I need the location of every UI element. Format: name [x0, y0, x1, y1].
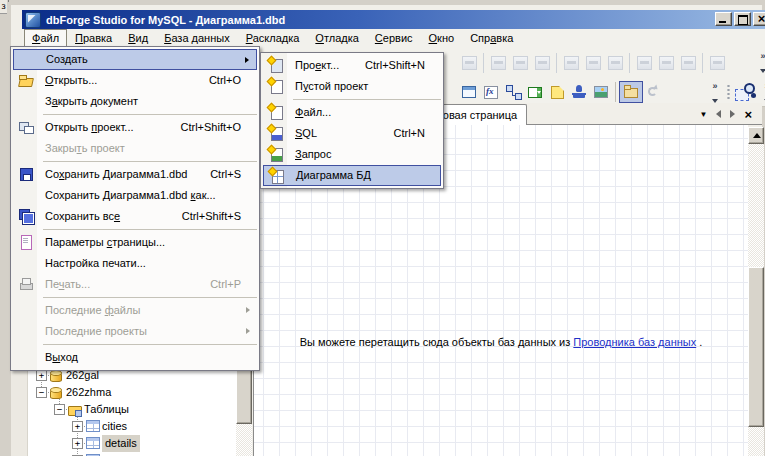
menu-item-label: Настройка печати... [45, 257, 146, 269]
file-menu-item-close-document[interactable]: Закрыть документ [13, 91, 257, 112]
refresh-button[interactable] [643, 81, 665, 103]
create-submenu-item-query[interactable]: Запрос [263, 144, 441, 165]
make-same-size-button[interactable] [458, 52, 480, 74]
shortcut-label: Ctrl+Shift+O [180, 117, 241, 138]
create-submenu-item-db-diagram[interactable]: Диаграмма БД [263, 165, 441, 186]
canvas-vscroll-up-button[interactable] [748, 127, 764, 144]
titlebar[interactable]: dbForge Studio for MySQL - Диаграмма1.db… [22, 10, 765, 29]
menu-separator [43, 229, 257, 230]
file-menu-item-close-project[interactable]: Закрыть проект [13, 138, 257, 159]
align-vertical-centers-button[interactable] [582, 52, 604, 74]
shortcut-label: Ctrl+P [210, 274, 241, 295]
connector-icon [505, 84, 521, 100]
file-menu-item-save-all[interactable]: Сохранить всеCtrl+Shift+S [13, 206, 257, 227]
toolbar-overflow-button[interactable]: » [756, 50, 765, 75]
file-menu-item-open-project[interactable]: Открыть проект...Ctrl+Shift+O [13, 117, 257, 138]
nav-forward-icon[interactable] [730, 110, 735, 118]
refresh-icon [646, 84, 662, 100]
toolbar-overflow-button-2[interactable]: » [708, 80, 722, 105]
menu-item-label: Выход [45, 351, 78, 363]
new-panel-button[interactable] [458, 81, 480, 103]
submenu-arrow-icon [245, 57, 249, 63]
file-menu-item-save-diagram[interactable]: Сохранить Диаграмма1.dbdCtrl+S [13, 164, 257, 185]
align-left-edges-button[interactable] [487, 52, 509, 74]
file-menu-item-print-settings[interactable]: Настройка печати... [13, 253, 257, 274]
function-button[interactable] [480, 81, 502, 103]
stamp-icon [571, 84, 587, 100]
create-submenu-item-file[interactable]: Файл... [263, 102, 441, 123]
combobox-button[interactable] [524, 81, 546, 103]
file-menu-item-recent-projects[interactable]: Последние проекты [13, 321, 257, 342]
file-menu-item-create[interactable]: Создать [13, 49, 257, 70]
make-same-size-icon [462, 56, 477, 70]
menubar-item-tools[interactable]: Сервис [367, 29, 421, 49]
file-menu-item-open[interactable]: Открыть...Ctrl+O [13, 70, 257, 91]
image-button[interactable] [590, 81, 612, 103]
menu-item-label: SQL [295, 127, 317, 139]
file-menu-item-exit[interactable]: Выход [13, 347, 257, 368]
chevron-double-right-icon: » [760, 52, 765, 60]
align-top-edges-icon [564, 56, 579, 70]
align-top-edges-button[interactable] [560, 52, 582, 74]
toolbar-drag-handle[interactable] [727, 84, 730, 100]
hint-text: Вы можете перетащить сюда объекты баз да… [300, 336, 574, 348]
layout-toolbar-icons [458, 51, 728, 75]
menu-item-label: Диаграмма БД [296, 169, 371, 181]
connector-button[interactable] [502, 81, 524, 103]
menubar-item-help[interactable]: Справка [462, 29, 521, 49]
new-diagram-icon [269, 168, 285, 184]
align-horizontal-centers-button[interactable] [509, 52, 531, 74]
close-button[interactable] [753, 12, 765, 26]
minimize-button[interactable] [715, 12, 732, 26]
database-explorer-link[interactable]: Проводника баз данных [573, 336, 696, 348]
save-all-icon [18, 208, 34, 224]
create-submenu-item-sql[interactable]: SQLCtrl+N [263, 123, 441, 144]
nav-back-icon[interactable] [716, 110, 721, 118]
make-same-height-button[interactable] [655, 52, 677, 74]
shortcut-label: Ctrl+Shift+S [182, 206, 241, 227]
create-submenu-item-empty-project[interactable]: Пустой проект [263, 76, 441, 97]
file-menu-item-print[interactable]: Печать...Ctrl+P [13, 274, 257, 295]
menu-item-label: Параметры страницы... [45, 236, 165, 248]
new-file-icon [268, 104, 284, 120]
submenu-arrow-icon [246, 328, 250, 334]
file-menu-item-page-setup[interactable]: Параметры страницы... [13, 232, 257, 253]
align-right-edges-button[interactable] [531, 52, 553, 74]
app-icon [25, 12, 41, 28]
new-panel-icon [461, 84, 477, 100]
canvas-hint-message: Вы можете перетащить сюда объекты баз да… [254, 336, 748, 348]
container-button[interactable] [619, 81, 643, 103]
maximize-button[interactable] [734, 12, 751, 26]
close-icon[interactable]: × [744, 108, 752, 121]
align-bottom-edges-button[interactable] [604, 52, 626, 74]
make-same-size-2-icon [681, 56, 696, 70]
zoom-region-button[interactable] [733, 81, 757, 103]
align-right-edges-icon [535, 56, 550, 70]
toolbar-overflow-button-3[interactable]: » [760, 80, 765, 105]
menubar-item-debug[interactable]: Отладка [307, 29, 367, 49]
menu-item-label: Закрыть проект [45, 142, 125, 154]
file-menu-item-recent-files[interactable]: Последние файлы [13, 300, 257, 321]
align-bottom-edges-icon [608, 56, 623, 70]
window-title: dbForge Studio for MySQL - Диаграмма1.db… [46, 14, 285, 26]
menu-item-label: Последние файлы [45, 304, 140, 316]
menu-item-label: Проект... [295, 59, 339, 71]
create-submenu-item-project[interactable]: Проект...Ctrl+Shift+N [263, 55, 441, 76]
open-folder-icon [18, 72, 34, 88]
image-icon [593, 84, 609, 100]
stamp-button[interactable] [568, 81, 590, 103]
zoom-region-icon [735, 83, 755, 101]
chevron-down-icon[interactable]: ▼ [699, 110, 707, 119]
canvas-vscroll-thumb[interactable] [748, 267, 764, 427]
menubar-item-window[interactable]: Окно [421, 29, 463, 49]
menu-separator [43, 114, 257, 115]
hint-text-suffix: . [696, 336, 702, 348]
explorer-vscroll-thumb[interactable] [236, 367, 252, 424]
create-submenu: Проект...Ctrl+Shift+NПустой проектФайл..… [260, 52, 444, 189]
note-button[interactable] [546, 81, 568, 103]
make-same-width-button[interactable] [633, 52, 655, 74]
horizontal-spacing-button[interactable] [706, 52, 728, 74]
file-menu-item-save-diagram-as[interactable]: Сохранить Диаграмма1.dbd как... [13, 185, 257, 206]
make-same-size-2-button[interactable] [677, 52, 699, 74]
align-vertical-centers-icon [586, 56, 601, 70]
